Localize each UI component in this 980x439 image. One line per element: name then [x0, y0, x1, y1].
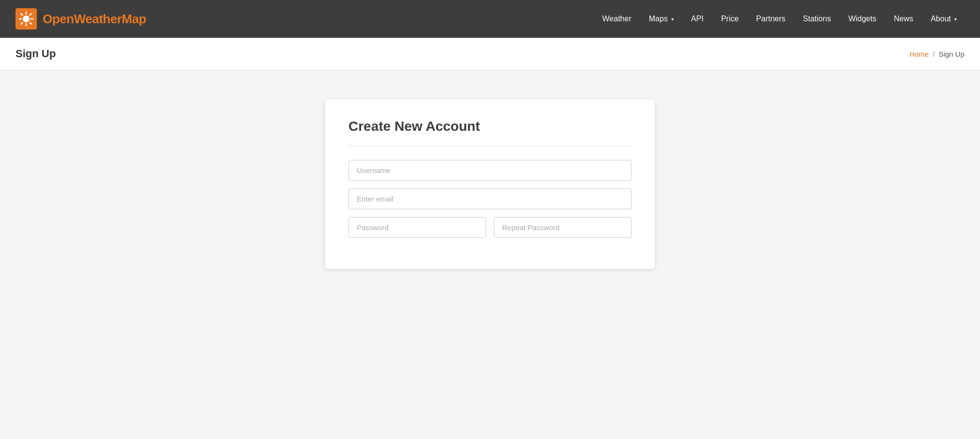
password-input[interactable] — [348, 217, 486, 238]
svg-line-5 — [21, 14, 23, 16]
nav-link-api[interactable]: API — [683, 11, 711, 27]
page-title: Sign Up — [16, 47, 56, 60]
brand-icon — [16, 8, 37, 30]
nav-link-news[interactable]: News — [886, 11, 921, 27]
breadcrumb-home-link[interactable]: Home — [909, 50, 929, 58]
svg-line-7 — [30, 14, 32, 16]
brand-logo[interactable]: OpenWeatherMap — [16, 8, 146, 30]
nav-link-about[interactable]: About ▾ — [923, 11, 964, 27]
email-field-group — [348, 188, 632, 209]
nav-item-maps: Maps ▾ — [641, 11, 681, 27]
nav-item-news: News — [886, 11, 921, 27]
nav-item-weather: Weather — [595, 11, 639, 27]
username-field-group — [348, 160, 632, 181]
nav-item-partners: Partners — [748, 11, 793, 27]
chevron-down-icon: ▾ — [671, 16, 674, 22]
form-divider — [348, 146, 632, 146]
nav-link-partners[interactable]: Partners — [748, 11, 793, 27]
nav-item-widgets: Widgets — [840, 11, 884, 27]
svg-line-8 — [21, 23, 23, 24]
repeat-password-field-group — [494, 217, 632, 238]
main-content: Create New Account — [0, 70, 980, 439]
password-field-group — [348, 217, 486, 238]
breadcrumb-current: Sign Up — [939, 50, 964, 58]
breadcrumb: Home / Sign Up — [909, 50, 964, 58]
nav-link-stations[interactable]: Stations — [795, 11, 839, 27]
sun-icon — [18, 11, 34, 27]
nav-link-weather[interactable]: Weather — [595, 11, 639, 27]
username-input[interactable] — [348, 160, 632, 181]
svg-point-0 — [23, 16, 30, 22]
nav-item-price: Price — [713, 11, 746, 27]
password-row — [348, 217, 632, 246]
repeat-password-input[interactable] — [494, 217, 632, 238]
nav-item-api: API — [683, 11, 711, 27]
brand-name: OpenWeatherMap — [43, 12, 146, 27]
nav-link-widgets[interactable]: Widgets — [840, 11, 884, 27]
nav-link-price[interactable]: Price — [713, 11, 746, 27]
chevron-down-icon-about: ▾ — [954, 16, 957, 22]
navbar: OpenWeatherMap Weather Maps ▾ API Price — [0, 0, 980, 38]
nav-item-stations: Stations — [795, 11, 839, 27]
nav-link-maps[interactable]: Maps ▾ — [641, 11, 681, 27]
nav-menu: Weather Maps ▾ API Price Partners — [595, 11, 964, 27]
svg-line-6 — [30, 23, 32, 24]
email-input[interactable] — [348, 188, 632, 209]
page-header: Sign Up Home / Sign Up — [0, 38, 980, 70]
nav-item-about: About ▾ — [923, 11, 964, 27]
signup-form-card: Create New Account — [325, 99, 655, 269]
form-title: Create New Account — [348, 119, 632, 134]
breadcrumb-separator: / — [933, 50, 934, 58]
